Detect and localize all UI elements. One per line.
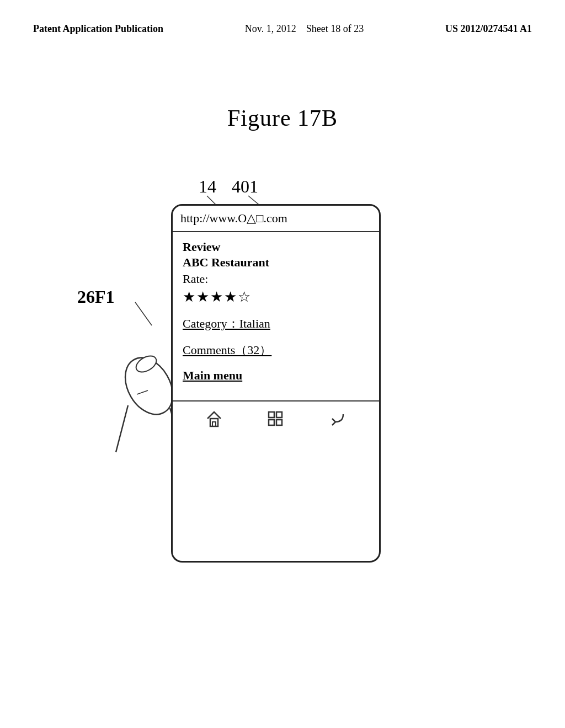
label-401: 401: [232, 176, 258, 197]
date-sheet: Nov. 1, 2012 Sheet 18 of 23: [245, 22, 364, 36]
diagram-container: 14 401 26F1 http://www.O△□.com Review AB…: [72, 154, 458, 607]
svg-line-5: [116, 405, 128, 452]
main-menu-link[interactable]: Main menu: [183, 368, 369, 383]
restaurant-name: ABC Restaurant: [183, 255, 369, 270]
figure-title: Figure 17B: [227, 105, 338, 131]
grid-svg: [266, 410, 284, 427]
home-icon[interactable]: [205, 410, 223, 431]
grid-icon[interactable]: [266, 410, 284, 431]
back-icon[interactable]: [328, 410, 347, 431]
publication-date: Nov. 1, 2012: [245, 23, 296, 34]
phone-content: Review ABC Restaurant Rate: ★★★★☆ Catego…: [173, 232, 379, 400]
url-bar: http://www.O△□.com: [173, 206, 379, 232]
star-rating: ★★★★☆: [183, 288, 369, 306]
bottom-nav-bar: [173, 400, 379, 439]
label-14: 14: [199, 176, 216, 197]
sheet-number: Sheet 18 of 23: [306, 23, 364, 34]
svg-rect-12: [269, 420, 274, 425]
page-header: Patent Application Publication Nov. 1, 2…: [0, 22, 565, 36]
phone-device: http://www.O△□.com Review ABC Restaurant…: [171, 204, 381, 563]
svg-rect-10: [269, 412, 274, 417]
rate-label: Rate:: [183, 272, 369, 286]
label-26f1: 26F1: [77, 287, 115, 307]
svg-rect-11: [276, 412, 282, 417]
review-title: Review: [183, 240, 369, 254]
publication-label: Patent Application Publication: [33, 22, 163, 36]
comments-link[interactable]: Comments（32）: [183, 342, 369, 358]
patent-number: US 2012/0274541 A1: [445, 22, 532, 36]
back-svg: [328, 410, 347, 427]
category-link[interactable]: Category：Italian: [183, 315, 369, 332]
url-text: http://www.O△□.com: [180, 211, 287, 226]
svg-rect-13: [276, 420, 282, 425]
home-svg: [205, 410, 223, 427]
